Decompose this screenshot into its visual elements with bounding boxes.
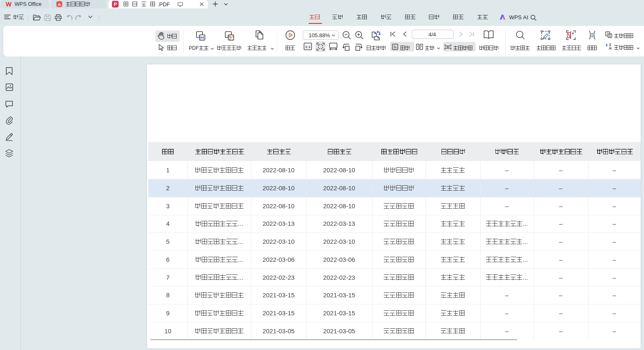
svg-text:1:1: 1:1 [305, 45, 310, 49]
